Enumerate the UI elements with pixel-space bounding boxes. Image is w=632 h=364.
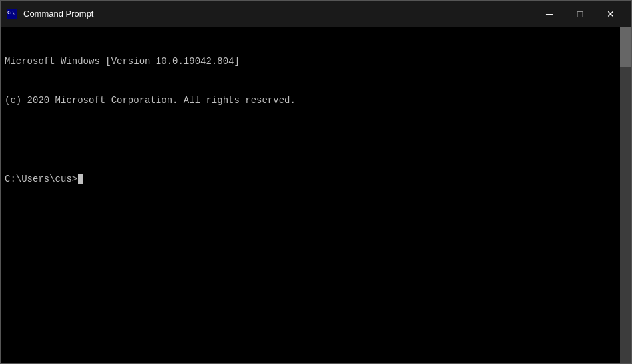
- window-title: Command Prompt: [23, 9, 534, 19]
- console-line-2: (c) 2020 Microsoft Corporation. All righ…: [5, 94, 627, 108]
- close-button[interactable]: ✕: [595, 1, 626, 27]
- command-prompt-window: C:\ _ Command Prompt ─ □ ✕ Microsoft Win…: [0, 0, 632, 364]
- console-prompt: C:\Users\cus>: [5, 173, 77, 186]
- console-line-1: Microsoft Windows [Version 10.0.19042.80…: [5, 55, 627, 69]
- app-icon: C:\ _: [6, 8, 18, 20]
- console-prompt-line: C:\Users\cus>: [5, 173, 627, 186]
- window-controls: ─ □ ✕: [534, 1, 626, 27]
- cursor: [78, 174, 83, 184]
- console-output: Microsoft Windows [Version 10.0.19042.80…: [5, 29, 627, 212]
- cmd-icon-svg: C:\ _: [6, 8, 18, 20]
- minimize-button[interactable]: ─: [534, 1, 565, 27]
- console-area[interactable]: Microsoft Windows [Version 10.0.19042.80…: [1, 27, 631, 363]
- title-bar: C:\ _ Command Prompt ─ □ ✕: [1, 1, 631, 27]
- svg-text:_: _: [7, 14, 10, 19]
- scrollbar-thumb[interactable]: [620, 27, 631, 67]
- maximize-button[interactable]: □: [565, 1, 595, 27]
- console-line-blank: [5, 134, 627, 147]
- scrollbar[interactable]: [620, 27, 631, 363]
